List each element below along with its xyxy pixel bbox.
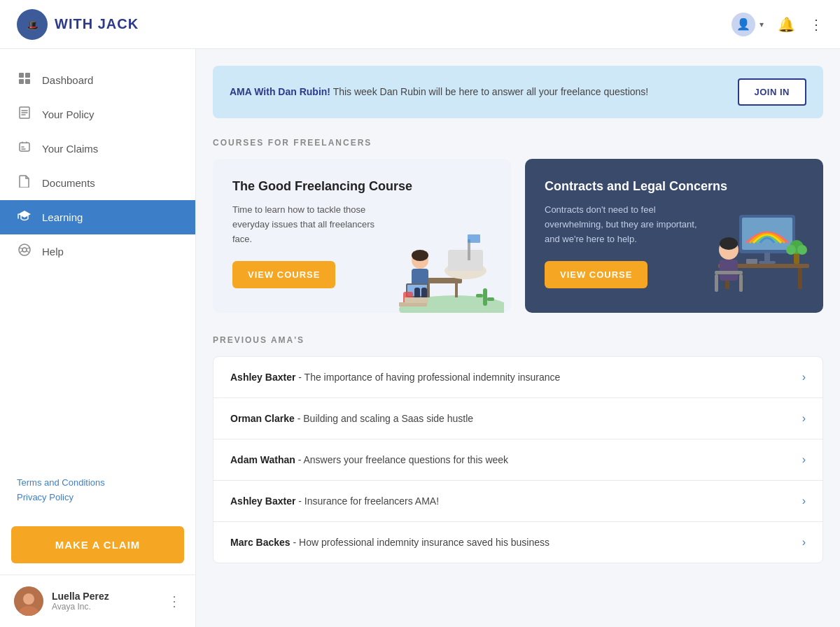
- svg-rect-34: [483, 288, 487, 306]
- ama-highlight: AMA With Dan Rubin!: [230, 86, 330, 97]
- ama-item-2[interactable]: Orman Clarke - Building and scaling a Sa…: [214, 398, 822, 439]
- ama-banner-text: AMA With Dan Rubin! This week Dan Rubin …: [230, 85, 648, 99]
- svg-rect-3: [25, 73, 30, 78]
- svg-rect-30: [421, 288, 427, 299]
- policy-icon: [17, 106, 32, 122]
- ama-item-text-4: Ashley Baxter - Insurance for freelancer…: [230, 495, 439, 507]
- footer-links: Terms and Conditions Privacy Policy: [0, 469, 195, 515]
- sidebar-item-your-policy[interactable]: Your Policy: [0, 97, 195, 132]
- chevron-down-icon: ▾: [760, 20, 764, 29]
- learning-icon: [17, 209, 32, 225]
- dashboard-label: Dashboard: [42, 74, 93, 86]
- user-menu[interactable]: 👤 ▾: [732, 13, 764, 36]
- svg-rect-54: [746, 259, 757, 264]
- terms-link[interactable]: Terms and Conditions: [17, 477, 178, 488]
- chevron-right-icon-5: ›: [802, 536, 806, 549]
- svg-rect-43: [798, 268, 802, 289]
- user-info: Luella Perez Avaya Inc.: [52, 591, 159, 612]
- svg-rect-21: [448, 250, 483, 271]
- svg-point-52: [786, 245, 796, 255]
- help-icon: [17, 244, 32, 260]
- notification-bell-icon[interactable]: 🔔: [778, 16, 795, 33]
- course-illustration-freelancing: [364, 180, 504, 313]
- courses-grid: The Good Freelancing Course Time to lear…: [213, 159, 823, 313]
- header-actions: 👤 ▾ 🔔 ⋮: [732, 13, 823, 36]
- logo-icon: 🎩: [17, 9, 48, 40]
- ama-item-4[interactable]: Ashley Baxter - Insurance for freelancer…: [214, 481, 822, 522]
- ama-body-text: This week Dan Rubin will be here to answ…: [330, 86, 648, 97]
- amas-list: Ashley Baxter - The importance of having…: [213, 356, 823, 563]
- previous-amas-label: PREVIOUS AMA'S: [213, 335, 823, 345]
- ama-item-text-1: Ashley Baxter - The importance of having…: [230, 372, 560, 383]
- ama-separator-2: -: [295, 413, 303, 424]
- ama-banner: AMA With Dan Rubin! This week Dan Rubin …: [213, 66, 823, 118]
- main-nav: Dashboard Your Policy Your Claims Docume…: [0, 49, 195, 469]
- sidebar-item-dashboard[interactable]: Dashboard: [0, 63, 195, 97]
- svg-rect-46: [720, 260, 738, 281]
- svg-line-9: [20, 248, 23, 249]
- svg-rect-23: [468, 234, 480, 243]
- svg-rect-5: [25, 79, 30, 84]
- chevron-right-icon-2: ›: [802, 412, 806, 425]
- ama-author-5: Marc Backes: [230, 537, 290, 548]
- ama-item-text-2: Orman Clarke - Building and scaling a Sa…: [230, 413, 473, 424]
- user-footer: Luella Perez Avaya Inc. ⋮: [0, 575, 195, 627]
- user-name: Luella Perez: [52, 591, 159, 602]
- user-avatar: [14, 586, 43, 616]
- svg-rect-48: [715, 274, 718, 292]
- ama-author-4: Ashley Baxter: [230, 495, 295, 507]
- ama-item-5[interactable]: Marc Backes - How professional indemnity…: [214, 522, 822, 563]
- svg-point-25: [412, 250, 428, 261]
- your-policy-label: Your Policy: [42, 108, 94, 120]
- svg-rect-29: [414, 288, 420, 299]
- view-course-button-freelancing[interactable]: VIEW COURSE: [232, 261, 335, 288]
- dashboard-icon: [17, 72, 32, 88]
- svg-rect-6: [20, 143, 29, 151]
- user-company: Avaya Inc.: [52, 602, 159, 612]
- privacy-link[interactable]: Privacy Policy: [17, 492, 178, 502]
- sidebar-item-your-claims[interactable]: Your Claims: [0, 132, 195, 166]
- svg-line-11: [20, 251, 22, 253]
- logo-text: WITH JACK: [55, 16, 139, 32]
- your-claims-label: Your Claims: [42, 143, 98, 155]
- chevron-right-icon-3: ›: [802, 453, 806, 466]
- svg-point-8: [22, 248, 27, 252]
- svg-rect-2: [19, 73, 24, 78]
- svg-rect-19: [455, 283, 458, 297]
- svg-line-12: [27, 251, 29, 253]
- ama-item-text-3: Adam Wathan - Answers your freelance que…: [230, 454, 508, 465]
- course-card-contracts: Contracts and Legal Concerns Contracts d…: [525, 159, 823, 313]
- main-content: AMA With Dan Rubin! This week Dan Rubin …: [196, 49, 840, 627]
- chevron-right-icon-4: ›: [802, 495, 806, 507]
- svg-point-14: [23, 593, 34, 605]
- ama-topic-1: The importance of having professional in…: [304, 372, 561, 383]
- ama-separator-3: -: [295, 454, 304, 465]
- svg-point-45: [720, 237, 738, 250]
- sidebar: Dashboard Your Policy Your Claims Docume…: [0, 49, 196, 627]
- logo: 🎩 WITH JACK: [17, 9, 139, 40]
- sidebar-item-help[interactable]: Help: [0, 234, 195, 269]
- sidebar-item-learning[interactable]: Learning: [0, 200, 195, 234]
- user-more-icon[interactable]: ⋮: [167, 593, 181, 610]
- more-options-icon[interactable]: ⋮: [809, 16, 823, 33]
- svg-rect-36: [487, 297, 494, 301]
- ama-item-3[interactable]: Adam Wathan - Answers your freelance que…: [214, 439, 822, 481]
- ama-item-1[interactable]: Ashley Baxter - The importance of having…: [214, 357, 822, 398]
- svg-rect-47: [715, 271, 743, 274]
- ama-topic-2: Building and scaling a Saas side hustle: [303, 413, 473, 424]
- ama-author-2: Orman Clarke: [230, 413, 295, 424]
- sidebar-item-documents[interactable]: Documents: [0, 166, 195, 200]
- svg-rect-4: [19, 79, 24, 84]
- chevron-right-icon-1: ›: [802, 371, 806, 383]
- ama-separator-5: -: [290, 537, 299, 548]
- make-claim-button[interactable]: MAKE A CLAIM: [11, 526, 184, 563]
- view-course-button-contracts[interactable]: VIEW COURSE: [545, 261, 648, 288]
- documents-icon: [17, 175, 32, 191]
- ama-author-1: Ashley Baxter: [230, 372, 295, 383]
- ama-separator-4: -: [295, 495, 304, 507]
- svg-point-53: [797, 245, 807, 255]
- svg-point-7: [19, 244, 30, 255]
- help-label: Help: [42, 246, 64, 258]
- ama-item-text-5: Marc Backes - How professional indemnity…: [230, 537, 550, 548]
- join-in-button[interactable]: JOIN IN: [738, 78, 806, 106]
